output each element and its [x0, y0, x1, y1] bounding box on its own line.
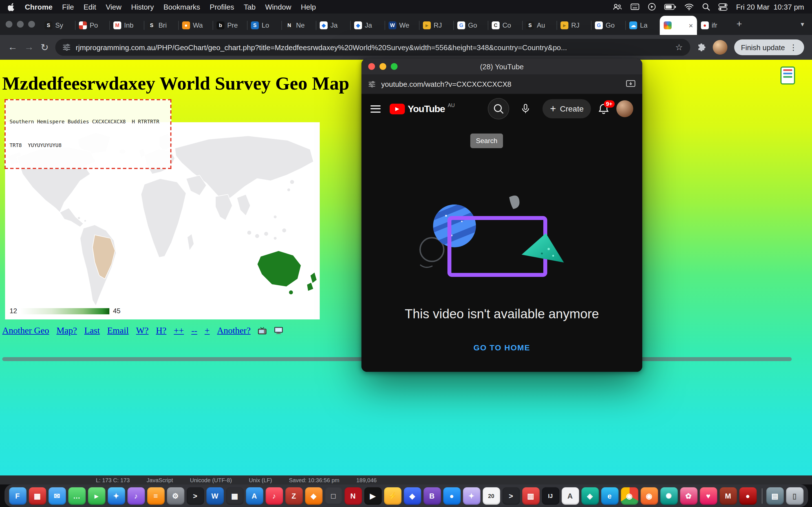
menu-view[interactable]: View	[106, 3, 121, 11]
tab-close-button[interactable]: ×	[689, 21, 693, 30]
youtube-url-bar[interactable]: youtube.com/watch?v=CXCXCXCXCX8	[361, 74, 642, 94]
browser-tab[interactable]: SAu	[522, 16, 557, 35]
browser-tab[interactable]: SSy	[41, 16, 75, 35]
region-tasmania[interactable]	[289, 290, 293, 295]
menu-help[interactable]: Help	[301, 3, 316, 11]
zoom-button[interactable]	[391, 63, 398, 70]
link-item[interactable]: +	[205, 326, 210, 336]
extensions-icon[interactable]	[697, 43, 706, 52]
browser-tab[interactable]: GGo	[591, 16, 625, 35]
notes-extension-icon[interactable]	[780, 66, 795, 84]
dock-app-finder[interactable]: F	[9, 487, 26, 504]
menu-app-name[interactable]: Chrome	[25, 3, 52, 11]
dock-app-app[interactable]: ◆	[305, 487, 322, 504]
country-australia[interactable]	[257, 251, 301, 287]
hamburger-menu-icon[interactable]	[370, 105, 380, 112]
link-item[interactable]: --	[191, 326, 197, 336]
menu-profiles[interactable]: Profiles	[210, 3, 234, 11]
go-to-home-button[interactable]: GO TO HOME	[361, 342, 642, 353]
dock-app-facetime[interactable]: ▸	[88, 487, 105, 504]
profile-avatar[interactable]	[713, 40, 727, 55]
dock-app-terminal[interactable]: >	[186, 487, 204, 504]
dock-app-app[interactable]: ●	[443, 487, 460, 504]
minimize-button[interactable]	[379, 63, 386, 70]
dock-app-app[interactable]: ♥	[700, 487, 717, 504]
link-last[interactable]: Last	[84, 326, 100, 336]
dock-app-edge[interactable]: e	[601, 487, 618, 504]
apple-menu-icon[interactable]	[8, 3, 15, 11]
dock-app-chrome[interactable]: ◉	[620, 487, 638, 504]
dock-app-textedit[interactable]: A	[561, 487, 579, 504]
reload-button[interactable]: ↻	[41, 41, 49, 53]
browser-tab[interactable]: ▸RJ	[557, 16, 591, 35]
tv-icon[interactable]	[258, 327, 267, 335]
tab-overflow-chevron[interactable]: ▾	[801, 20, 808, 28]
dock-app-calendar[interactable]: 20	[483, 487, 500, 504]
menu-edit[interactable]: Edit	[84, 3, 96, 11]
dock-app-app[interactable]: ▦	[226, 487, 243, 504]
browser-tab[interactable]: MInb	[109, 16, 144, 35]
create-button[interactable]: + Create	[543, 99, 591, 118]
link-map[interactable]: Map?	[56, 326, 77, 336]
browser-tab[interactable]: WWe	[385, 16, 419, 35]
notifications-bell-icon[interactable]: 9+	[598, 103, 610, 115]
dock-app-bootstrap[interactable]: B	[423, 487, 441, 504]
browser-tab[interactable]: ●ifr	[697, 16, 731, 35]
link-another-geo[interactable]: Another Geo	[2, 326, 49, 336]
dock-app-netflix[interactable]: N	[344, 487, 362, 504]
link-h[interactable]: H?	[156, 326, 166, 336]
dock-app-calculator[interactable]: =	[147, 487, 164, 504]
forward-button[interactable]: →	[24, 42, 34, 53]
menu-file[interactable]: File	[62, 3, 74, 11]
omnibox[interactable]: rjmprogramming.com.au/PHP/GeoChart/geo_c…	[56, 39, 690, 56]
dock-app-safari[interactable]: ✦	[107, 487, 125, 504]
menu-history[interactable]: History	[131, 3, 154, 11]
browser-menu-icon[interactable]: ⋮	[790, 43, 797, 52]
browser-tab[interactable]: ☁La	[625, 16, 660, 35]
menu-bookmarks[interactable]: Bookmarks	[163, 3, 200, 11]
browser-tab[interactable]: ●Wa	[178, 16, 213, 35]
spotlight-icon[interactable]	[702, 3, 710, 11]
close-button[interactable]	[368, 63, 375, 70]
dock-app-app[interactable]: ✦	[463, 487, 480, 504]
browser-tab[interactable]: NNe	[282, 16, 316, 35]
dock-app-word[interactable]: W	[206, 487, 223, 504]
dock-app-appstore[interactable]: A	[246, 487, 263, 504]
keyboard-icon[interactable]	[631, 3, 640, 10]
dock-app-app[interactable]: ▥	[522, 487, 539, 504]
menu-tab[interactable]: Tab	[244, 3, 256, 11]
menu-window[interactable]: Window	[265, 3, 292, 11]
save-to-device-icon[interactable]	[626, 80, 636, 88]
control-center-icon[interactable]	[719, 3, 728, 10]
battery-icon[interactable]	[665, 4, 676, 10]
browser-tab[interactable]: bPre	[213, 16, 247, 35]
browser-tab[interactable]: SBri	[144, 16, 178, 35]
link-item[interactable]: ++	[174, 326, 184, 336]
search-icon[interactable]	[489, 99, 509, 119]
dock-app-filezilla[interactable]: Z	[285, 487, 303, 504]
screen-mirroring-icon[interactable]	[613, 3, 622, 10]
browser-tab[interactable]: CCo	[488, 16, 522, 35]
site-settings-icon[interactable]	[63, 43, 71, 51]
wifi-icon[interactable]	[685, 3, 694, 10]
account-avatar[interactable]	[616, 100, 633, 117]
bookmark-star-icon[interactable]: ☆	[675, 42, 683, 52]
browser-tab[interactable]: ◆Ja	[316, 16, 350, 35]
close-window-button[interactable]	[6, 21, 12, 27]
country-new-zealand[interactable]	[310, 272, 317, 283]
dock-app-music[interactable]: ♪	[265, 487, 283, 504]
dock-app-app[interactable]: □	[324, 487, 342, 504]
dock-app-intellij[interactable]: IJ	[542, 487, 559, 504]
browser-tab[interactable]: ◆Ja	[350, 16, 385, 35]
dock-app-app[interactable]: ♪	[127, 487, 145, 504]
browser-tab[interactable]: Po	[75, 16, 109, 35]
active-tab[interactable]: ×	[660, 16, 697, 35]
dock-app-launchpad[interactable]: ▦	[29, 487, 46, 504]
play-icon[interactable]	[648, 3, 656, 11]
link-w[interactable]: W?	[136, 326, 149, 336]
dock-app-app[interactable]: ✿	[680, 487, 697, 504]
computer-icon[interactable]	[274, 327, 283, 335]
dock-app-app[interactable]: ◆	[403, 487, 421, 504]
dock-app-settings[interactable]: ⚙	[167, 487, 184, 504]
back-button[interactable]: ←	[8, 42, 17, 53]
